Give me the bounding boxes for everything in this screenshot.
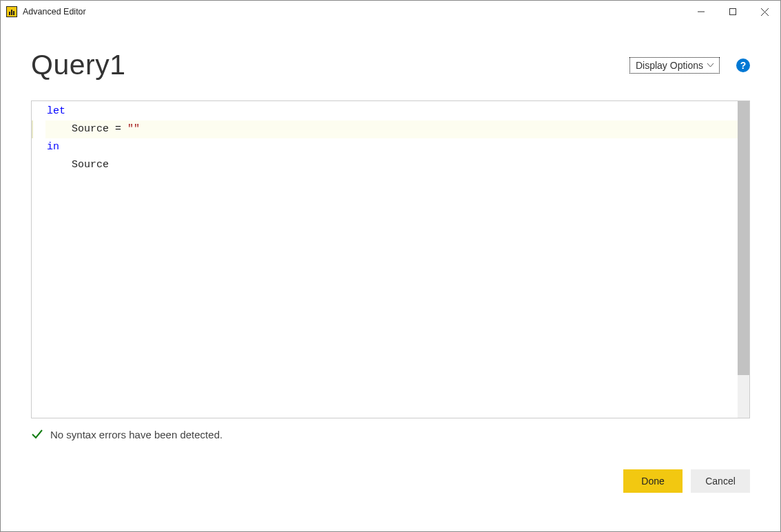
window-title: Advanced Editor (23, 7, 86, 17)
window-controls (685, 1, 780, 23)
code-line-current: Source = "" (45, 120, 749, 138)
scrollbar-vertical[interactable] (738, 101, 749, 418)
code-line: Source (45, 156, 749, 174)
header-row: Query1 Display Options ? (31, 49, 750, 81)
code-editor[interactable]: let Source = "" in Source (31, 100, 750, 418)
chevron-down-icon (707, 63, 714, 67)
editor-gutter (32, 101, 45, 418)
status-message: No syntax errors have been detected. (50, 429, 222, 440)
button-row: Done Cancel (31, 469, 750, 493)
help-icon[interactable]: ? (736, 58, 750, 72)
svg-rect-1 (730, 9, 736, 15)
scrollbar-thumb[interactable] (738, 101, 749, 375)
display-options-dropdown[interactable]: Display Options (629, 57, 720, 74)
titlebar: Advanced Editor (1, 1, 780, 23)
cancel-button[interactable]: Cancel (691, 469, 750, 493)
done-button[interactable]: Done (623, 469, 683, 493)
display-options-label: Display Options (636, 60, 703, 71)
query-title: Query1 (31, 49, 125, 81)
maximize-button[interactable] (717, 1, 749, 23)
close-button[interactable] (749, 1, 780, 23)
code-line: let (45, 103, 749, 120)
app-icon (6, 6, 17, 17)
minimize-button[interactable] (685, 1, 717, 23)
code-line: in (45, 138, 749, 156)
status-row: No syntax errors have been detected. (31, 428, 750, 440)
code-area[interactable]: let Source = "" in Source (45, 101, 749, 418)
checkmark-icon (31, 428, 43, 440)
